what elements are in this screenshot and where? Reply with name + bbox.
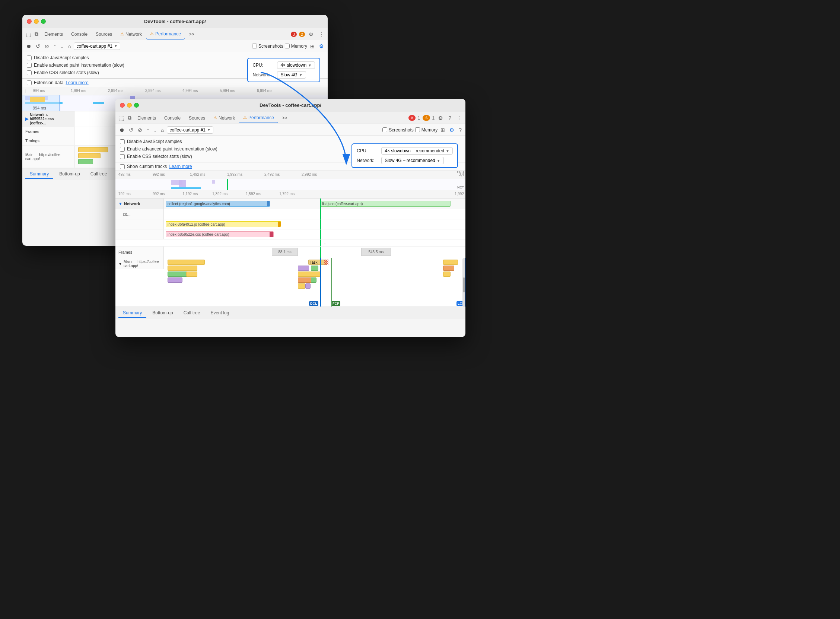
network-track-label-back: ▶ Network ‹-b859522e.css (coffee-... (22, 111, 75, 127)
home-icon-back[interactable]: ⌂ (66, 42, 72, 50)
tab-network-front[interactable]: ⚠ Network (210, 113, 239, 123)
index-css-bar-front[interactable]: index-b859522e.css (coffee-cart.app) (166, 231, 274, 237)
title-bar-back: DevTools - coffee-cart.app/ (22, 15, 328, 28)
reload-icon-back[interactable]: ↺ (34, 42, 42, 50)
minimize-button-front[interactable] (127, 103, 132, 108)
extension-data-checkbox-back[interactable]: Extension data (27, 80, 63, 85)
clear-icon-front[interactable]: ⊘ (136, 126, 144, 134)
reload-icon-front[interactable]: ↺ (127, 126, 135, 134)
inspect-icon-front[interactable]: ⬚ (118, 114, 125, 122)
network-expand-icon-back[interactable]: ▶ (25, 117, 28, 121)
disable-js-checkbox-front[interactable]: Disable JavaScript samples (120, 139, 182, 144)
settings-icon-front[interactable]: ⚙ (437, 114, 445, 122)
bottom-up-tab-front[interactable]: Bottom-up (148, 309, 177, 318)
settings-gear-icon-back[interactable]: ⚙ (318, 42, 325, 50)
scrollbar-thumb-front[interactable] (463, 278, 465, 292)
vline-frames-front (320, 247, 321, 258)
network-conditions-icon-front[interactable]: ⊞ (439, 126, 446, 134)
collect-bar-front[interactable]: collect (region1.google-analytics.com) (166, 201, 270, 207)
more-icon-front[interactable]: ⋮ (455, 114, 463, 122)
tab-elements-back[interactable]: Elements (40, 29, 67, 39)
network-expand-icon-front[interactable]: ▼ (118, 202, 122, 206)
maximize-button-front[interactable] (134, 103, 139, 108)
memory-checkbox-back[interactable]: Memory (285, 43, 307, 49)
tab-console-front[interactable]: Console (161, 113, 184, 123)
upload-icon-front[interactable]: ↑ (145, 126, 151, 134)
list-json-bar-front[interactable]: list.json (coffee-cart.app) (320, 201, 451, 207)
co-content-front (164, 209, 466, 219)
help-icon2-front[interactable]: ? (457, 126, 463, 134)
maximize-button-back[interactable] (41, 19, 46, 24)
settings-gear-icon-front[interactable]: ⚙ (448, 126, 456, 134)
tab-console-back[interactable]: Console (67, 29, 91, 39)
record-icon-front[interactable]: ⏺ (118, 126, 126, 134)
tab-sources-front[interactable]: Sources (185, 113, 209, 123)
network-select-front[interactable]: Slow 4G – recommended ▼ (381, 157, 443, 164)
css-selector-checkbox-back[interactable]: Enable CSS selector stats (slow) (27, 70, 99, 75)
ruler-tick-0: | (25, 89, 27, 93)
home-icon-front[interactable]: ⌂ (160, 126, 165, 134)
device-icon-back[interactable]: ⧉ (33, 30, 40, 38)
call-tree-tab-front[interactable]: Call tree (179, 309, 205, 318)
advanced-paint-checkbox-front[interactable]: Enable advanced paint instrumentation (s… (120, 147, 218, 152)
inspect-icon-back[interactable]: ⬚ (25, 31, 32, 38)
css-selector-checkbox-front[interactable]: Enable CSS selector stats (slow) (120, 154, 192, 159)
tab-more-back[interactable]: >> (185, 29, 198, 39)
upload-icon-back[interactable]: ↑ (52, 42, 58, 50)
download-icon-front[interactable]: ↓ (152, 126, 158, 134)
tab-sources-back[interactable]: Sources (92, 29, 116, 39)
memory-checkbox-front[interactable]: Memory (415, 127, 437, 133)
frames-label-front: Frames (115, 247, 164, 258)
tab-elements-front[interactable]: Elements (134, 113, 160, 123)
screenshots-checkbox-back[interactable]: Screenshots (252, 43, 283, 49)
bottom-up-tab-back[interactable]: Bottom-up (55, 170, 84, 179)
disable-js-checkbox-back[interactable]: Disable JavaScript samples (27, 55, 89, 60)
target-selector-front[interactable]: coffee-cart.app #1 ▼ (167, 126, 213, 134)
summary-tab-back[interactable]: Summary (25, 170, 53, 179)
cpu-select-chevron-front: ▼ (446, 149, 449, 153)
download-icon-back[interactable]: ↓ (59, 42, 65, 50)
cpu-select-front[interactable]: 4× slowdown – recommended ▼ (381, 147, 453, 155)
flame-f-7 (311, 266, 318, 271)
cpu-select-back[interactable]: 4× slowdown ▼ (277, 61, 315, 69)
ruler-5994: 5,994 ms (220, 89, 235, 93)
main-content-front: Task DCL (164, 258, 466, 307)
tab-performance-back[interactable]: ⚠ Performance (146, 29, 185, 39)
advanced-paint-checkbox-back[interactable]: Enable advanced paint instrumentation (s… (27, 63, 124, 68)
index-css-row-front: index-b859522e.css (coffee-cart.app) (115, 229, 466, 239)
main-arrow-front[interactable]: ▼ (118, 262, 122, 266)
settings-icon-back[interactable]: ⚙ (307, 31, 315, 38)
minimize-button-back[interactable] (34, 19, 39, 24)
dcl-badge-front: DCL (309, 301, 318, 306)
learn-more-link-front[interactable]: Learn more (169, 164, 192, 169)
orange-count-front: 1 (432, 115, 435, 121)
help-icon-front[interactable]: ? (447, 114, 453, 122)
cpu-select-chevron-back: ▼ (308, 63, 312, 67)
ruler-1992: 1,992 ms (227, 172, 242, 176)
close-button-back[interactable] (27, 19, 32, 24)
summary-tab-front[interactable]: Summary (118, 309, 146, 318)
index-js-bar-front[interactable]: index-8bfa4912.js (coffee-cart.app) (166, 221, 281, 227)
tab-performance-front[interactable]: ⚠ Performance (239, 113, 278, 123)
fcp-line-front (331, 258, 332, 307)
tab-more-front[interactable]: >> (279, 113, 291, 123)
network-section-label-front: ▼ Network (115, 199, 164, 209)
network-select-back[interactable]: Slow 4G ▼ (277, 71, 306, 79)
clear-icon-back[interactable]: ⊘ (43, 42, 51, 50)
device-icon-front[interactable]: ⧉ (126, 114, 133, 122)
record-icon-back[interactable]: ⏺ (25, 42, 33, 50)
show-custom-checkbox-front[interactable]: Show custom tracks (120, 164, 167, 169)
screenshots-checkbox-front[interactable]: Screenshots (382, 127, 414, 133)
flame-f-9 (298, 278, 313, 283)
target-selector-back[interactable]: coffee-cart.app #1 ▼ (74, 42, 120, 50)
traffic-lights-back (27, 19, 46, 24)
tab-network-back[interactable]: ⚠ Network (116, 29, 146, 39)
learn-more-link-back[interactable]: Learn more (66, 80, 88, 85)
event-log-tab-front[interactable]: Event log (206, 309, 233, 318)
network-conditions-icon-back[interactable]: ⊞ (309, 42, 316, 50)
tracks-scrollbar-front[interactable] (463, 258, 466, 307)
call-tree-tab-back[interactable]: Call tree (86, 170, 112, 179)
ruler-2994: 2,994 ms (108, 89, 123, 93)
more-icon-back[interactable]: ⋮ (317, 31, 325, 38)
close-button-front[interactable] (120, 103, 125, 108)
